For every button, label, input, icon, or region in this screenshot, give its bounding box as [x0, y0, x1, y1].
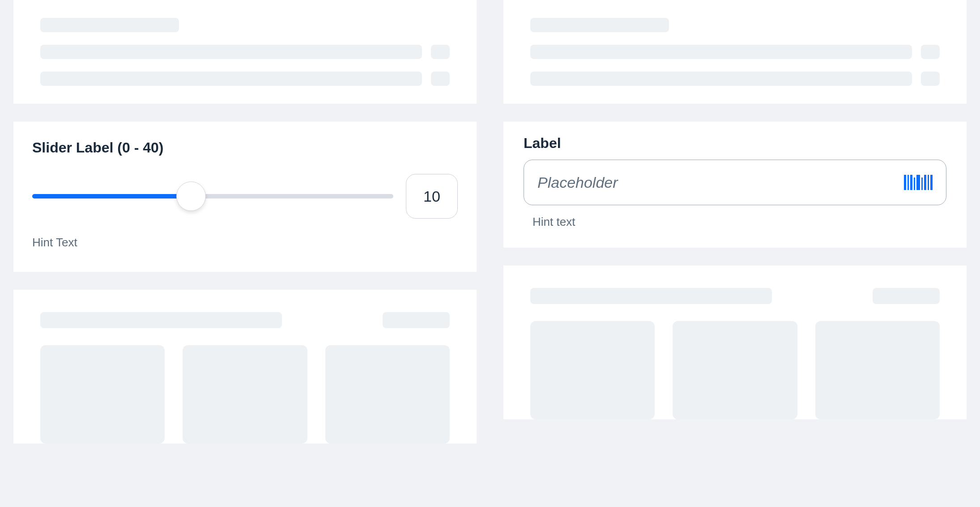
input-hint: Hint text [533, 215, 946, 229]
input-card: Label Placeholder Hint text [503, 122, 967, 248]
slider-fill [32, 194, 191, 199]
skeleton-line [40, 312, 282, 328]
skeleton-chip [873, 288, 940, 304]
skeleton-gallery-card [503, 266, 967, 419]
slider-thumb[interactable] [176, 182, 206, 211]
skeleton-title [530, 18, 669, 32]
skeleton-thumbnail [325, 345, 450, 444]
skeleton-header-card [503, 0, 967, 104]
skeleton-thumbnail [815, 321, 940, 419]
skeleton-gallery-card [13, 290, 477, 444]
skeleton-thumbnail [40, 345, 165, 444]
skeleton-line [530, 72, 912, 86]
skeleton-chip [383, 312, 450, 328]
right-panel: Label Placeholder Hint text [503, 0, 967, 507]
input-label: Label [524, 135, 946, 152]
barcode-icon[interactable] [904, 175, 933, 190]
slider-value-box[interactable]: 10 [406, 174, 458, 219]
slider-track[interactable] [32, 194, 393, 199]
skeleton-thumbnail [530, 321, 655, 419]
text-input[interactable]: Placeholder [524, 160, 946, 205]
skeleton-chip [431, 72, 450, 86]
slider-card: Slider Label (0 - 40) 10 Hint Text [13, 122, 477, 272]
skeleton-line [530, 45, 912, 59]
skeleton-chip [921, 45, 940, 59]
slider-value: 10 [423, 188, 440, 205]
skeleton-line [530, 288, 772, 304]
slider[interactable] [32, 183, 393, 210]
slider-hint: Hint Text [32, 236, 458, 249]
skeleton-title [40, 18, 179, 32]
skeleton-header-card [13, 0, 477, 104]
skeleton-line [40, 72, 422, 86]
skeleton-thumbnail [183, 345, 307, 444]
left-panel: Slider Label (0 - 40) 10 Hint Text [13, 0, 477, 507]
slider-label: Slider Label (0 - 40) [32, 139, 458, 156]
input-placeholder: Placeholder [537, 174, 895, 191]
skeleton-line [40, 45, 422, 59]
skeleton-thumbnail [673, 321, 797, 419]
skeleton-chip [921, 72, 940, 86]
skeleton-chip [431, 45, 450, 59]
